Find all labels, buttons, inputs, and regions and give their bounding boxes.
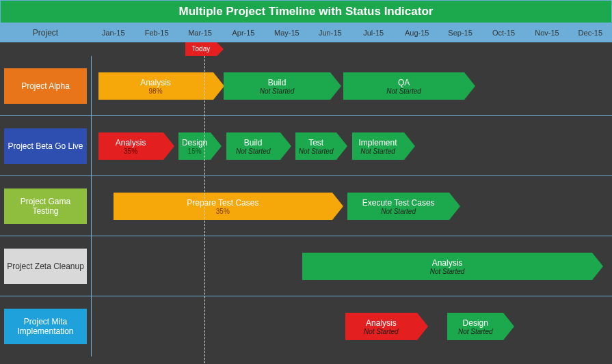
project-row-2: Project Gama TestingPrepare Test Cases35… <box>0 176 612 236</box>
task-status: Not Started <box>381 208 416 215</box>
project-label: Project Zeta Cleanup <box>0 236 92 296</box>
swimlane: Prepare Test Cases35%Execute Test CasesN… <box>92 176 612 236</box>
month-header-7: Aug-15 <box>395 23 438 42</box>
task-name: Prepare Test Cases <box>187 198 258 208</box>
task-name: Analysis <box>432 258 463 268</box>
task-name: Build <box>244 138 263 148</box>
task-name: Analysis <box>116 138 146 148</box>
task-bar: Analysis35% <box>98 132 163 160</box>
project-row-1: Project Beta Go LiveAnalysis35%Design15%… <box>0 116 612 176</box>
task-status: Not Started <box>430 268 465 275</box>
project-label: Project Mita Implementation <box>0 296 92 356</box>
month-header-9: Oct-15 <box>482 23 525 42</box>
task-bar: BuildNot Started <box>226 132 280 160</box>
today-row: Today <box>0 42 612 56</box>
timeline-body: Today Project AlphaAnalysis98%BuildNot S… <box>0 42 612 356</box>
swimlane: Analysis98%BuildNot StartedQANot Started <box>92 56 612 115</box>
month-header-2: Mar-15 <box>178 23 222 42</box>
task-status: Not Started <box>299 148 334 155</box>
task-bar: DesignNot Started <box>447 313 503 340</box>
task-status: Not Started <box>260 87 295 95</box>
project-label: Project Alpha <box>0 56 92 115</box>
task-status: 35% <box>216 208 230 215</box>
task-bar: ImplementNot Started <box>352 132 404 160</box>
task-bar: Analysis98% <box>98 72 213 100</box>
today-marker: Today <box>185 42 217 56</box>
task-name: Execute Test Cases <box>362 198 435 208</box>
project-column-header: Project <box>0 23 92 42</box>
month-header-1: Feb-15 <box>135 23 178 42</box>
task-status: Not Started <box>458 328 493 335</box>
project-label: Project Gama Testing <box>0 176 92 236</box>
task-status: 98% <box>149 87 163 95</box>
task-status: Not Started <box>236 148 271 155</box>
task-status: 35% <box>124 148 137 155</box>
month-header-5: Jun-15 <box>308 23 351 42</box>
task-bar: QANot Started <box>343 72 465 100</box>
task-name: Test <box>308 138 323 148</box>
task-name: Analysis <box>366 318 397 328</box>
task-bar: TestNot Started <box>295 132 336 160</box>
task-bar: BuildNot Started <box>224 72 330 100</box>
task-bar: Execute Test CasesNot Started <box>347 193 449 220</box>
task-bar: Prepare Test Cases35% <box>114 193 332 220</box>
task-name: Analysis <box>140 78 171 87</box>
task-bar: Design15% <box>178 132 211 160</box>
task-status: Not Started <box>364 328 399 335</box>
month-header-10: Nov-15 <box>525 23 568 42</box>
task-bar: AnalysisNot Started <box>302 253 593 280</box>
task-status: 15% <box>188 148 202 155</box>
swimlane: AnalysisNot Started <box>92 236 612 296</box>
swimlane: Analysis35%Design15%BuildNot StartedTest… <box>92 116 612 176</box>
month-header-11: Dec-15 <box>569 23 612 42</box>
task-status: Not Started <box>360 148 395 155</box>
month-header-6: Jul-15 <box>352 23 395 42</box>
swimlane: AnalysisNot StartedDesignNot Started <box>92 296 612 356</box>
project-row-3: Project Zeta CleanupAnalysisNot Started <box>0 236 612 296</box>
month-header-3: Apr-15 <box>222 23 265 42</box>
task-name: Design <box>182 138 207 148</box>
task-name: QA <box>398 78 410 87</box>
project-label: Project Beta Go Live <box>0 116 92 176</box>
task-bar: AnalysisNot Started <box>345 313 417 340</box>
month-header-8: Sep-15 <box>438 23 481 42</box>
task-status: Not Started <box>386 87 421 95</box>
project-row-0: Project AlphaAnalysis98%BuildNot Started… <box>0 56 612 116</box>
project-row-4: Project Mita ImplementationAnalysisNot S… <box>0 296 612 356</box>
header-row: Project Jan-15Feb-15Mar-15Apr-15May-15Ju… <box>0 23 612 42</box>
month-header-4: May-15 <box>265 23 308 42</box>
task-name: Implement <box>359 138 397 148</box>
month-header-0: Jan-15 <box>92 23 135 42</box>
task-name: Design <box>463 318 488 328</box>
task-name: Build <box>268 78 287 87</box>
chart-title: Multiple Project Timeline with Status In… <box>0 0 612 23</box>
